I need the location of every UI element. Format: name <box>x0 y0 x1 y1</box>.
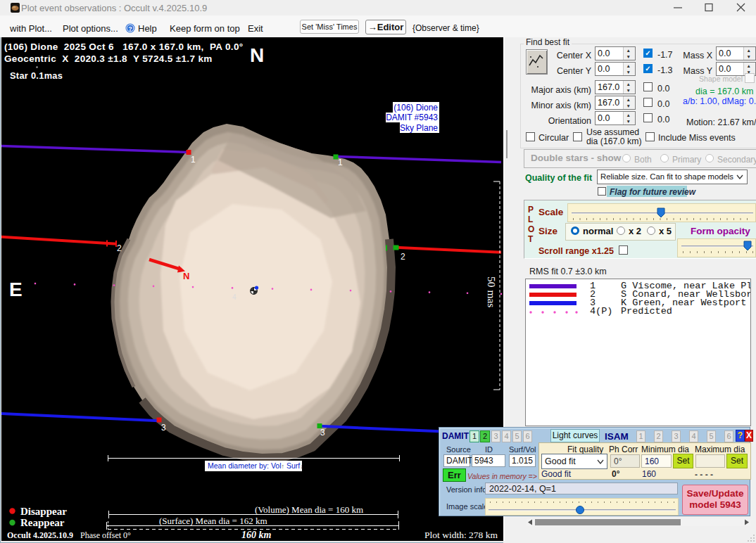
svg-text:50 mas: 50 mas <box>486 276 498 307</box>
svg-text:Disappear: Disappear <box>20 506 67 517</box>
svg-text:Plot width: 278 km: Plot width: 278 km <box>424 530 498 540</box>
svg-text:(Volume) Mean dia = 160 km: (Volume) Mean dia = 160 km <box>255 504 363 515</box>
svg-text:Geocentric X 2020.3 ±1.8 Y: Geocentric X 2020.3 ±1.8 Y 5724.5 ±1.7 k… <box>4 53 213 64</box>
svg-text:Star 0.1mas: Star 0.1mas <box>10 70 63 81</box>
svg-text:Mean diameter by: Vol↑ Surf↓: Mean diameter by: Vol↑ Surf↓ <box>208 461 303 470</box>
svg-text:(106) Dione: (106) Dione <box>393 103 438 113</box>
svg-text:(Surface) Mean dia = 162 km: (Surface) Mean dia = 162 km <box>159 516 267 526</box>
svg-text:E: E <box>9 279 23 300</box>
svg-text:DAMIT #5943: DAMIT #5943 <box>386 113 438 122</box>
svg-text:4: 4 <box>232 293 237 301</box>
svg-text:1: 1 <box>338 158 343 167</box>
svg-text:Occult 4.2025.10.9: Occult 4.2025.10.9 <box>7 530 73 540</box>
svg-text:3: 3 <box>161 423 166 433</box>
svg-text:?: ? <box>128 25 132 32</box>
svg-text:Phase offset 0°: Phase offset 0° <box>80 530 131 540</box>
svg-text:N: N <box>250 44 264 66</box>
svg-text:2: 2 <box>117 243 122 253</box>
svg-text:Sky Plane: Sky Plane <box>400 123 438 133</box>
svg-text:(106) Dione 2025 Oct 6 167.: (106) Dione 2025 Oct 6 167.0 x 167.0 km,… <box>4 41 244 52</box>
svg-text:N: N <box>183 271 189 281</box>
svg-text:2: 2 <box>401 252 405 262</box>
svg-text:160 km: 160 km <box>241 530 272 540</box>
svg-text:Reappear: Reappear <box>20 517 65 528</box>
svg-text:3: 3 <box>320 428 325 437</box>
svg-text:1: 1 <box>191 155 196 165</box>
